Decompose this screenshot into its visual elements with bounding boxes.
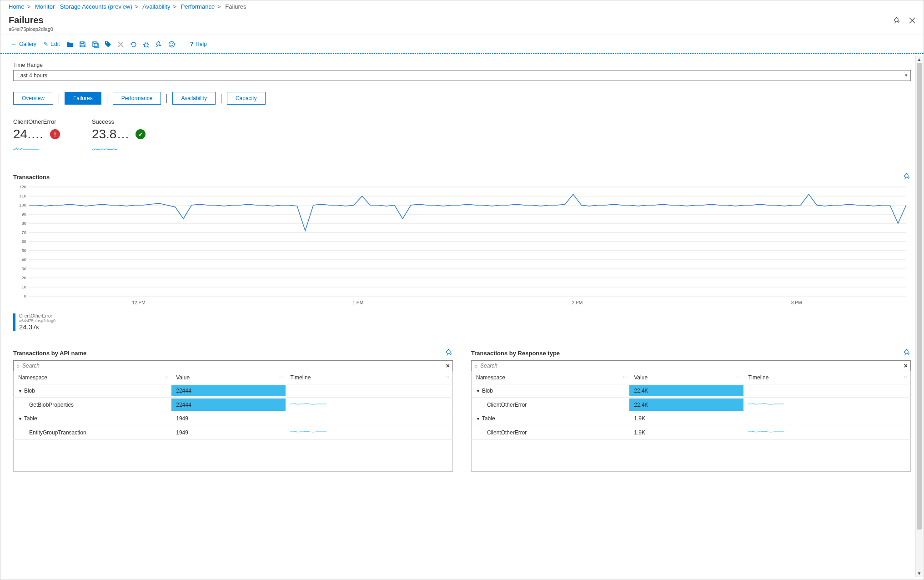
svg-text:90: 90: [22, 212, 26, 217]
question-icon: ?: [190, 41, 193, 47]
pin-table-icon[interactable]: [904, 349, 911, 358]
table-row[interactable]: GetBlobProperties22444: [14, 398, 453, 412]
tab-capacity[interactable]: Capacity: [227, 92, 266, 105]
breadcrumb-link-home[interactable]: Home: [9, 3, 25, 10]
row-label: EntityGroupTransaction: [14, 425, 172, 440]
search-api-input[interactable]: [22, 363, 446, 369]
col-header[interactable]: Timeline↑↓: [743, 371, 910, 384]
help-button[interactable]: ? Help: [187, 41, 210, 47]
table-response-title: Transactions by Response type: [471, 350, 560, 357]
row-timeline: [743, 398, 910, 412]
table-row[interactable]: ▼Blob22444: [14, 384, 453, 398]
close-icon[interactable]: [909, 17, 915, 25]
pin-icon[interactable]: [894, 17, 901, 25]
table-row[interactable]: ClientOtherError1.9K: [472, 425, 911, 440]
breadcrumb-link-performance[interactable]: Performance: [181, 3, 215, 10]
breadcrumb-link-availability[interactable]: Availability: [142, 3, 170, 10]
svg-point-2: [169, 41, 175, 47]
transactions-chart-svg: 010203040506070809010011012012 PM1 PM2 P…: [13, 184, 911, 307]
svg-text:40: 40: [22, 257, 26, 262]
row-timeline: [743, 412, 910, 425]
metric-card-success[interactable]: Success 23.8… ✓: [92, 118, 146, 155]
scrollbar[interactable]: ▲ ▼: [915, 56, 923, 577]
row-sparkline: [290, 401, 326, 407]
legend-series-value: 24.37K: [19, 323, 55, 331]
tab-performance[interactable]: Performance: [113, 92, 161, 105]
help-label: Help: [196, 41, 207, 47]
bug-icon[interactable]: [141, 39, 152, 50]
table-row[interactable]: EntityGroupTransaction1949: [14, 425, 453, 440]
col-header[interactable]: Value↑↓: [629, 371, 743, 384]
svg-text:10: 10: [22, 285, 26, 289]
transactions-chart[interactable]: 010203040506070809010011012012 PM1 PM2 P…: [13, 184, 911, 307]
clear-search-icon[interactable]: ×: [904, 362, 908, 369]
metric-value: 23.8…: [92, 127, 130, 141]
row-timeline: [286, 384, 452, 398]
row-timeline: [286, 425, 452, 440]
table-row[interactable]: ClientOtherError22.4K: [472, 398, 911, 412]
tab-failures[interactable]: Failures: [65, 92, 101, 105]
row-timeline: [286, 398, 452, 412]
svg-text:50: 50: [22, 248, 26, 253]
gallery-button[interactable]: ← Gallery: [9, 41, 39, 47]
breadcrumb-link-monitor[interactable]: Monitor - Storage Accounts (preview): [35, 3, 132, 10]
search-response[interactable]: ⌕ ×: [471, 360, 911, 371]
col-header[interactable]: Timeline↑↓: [286, 371, 452, 384]
back-arrow-icon: ←: [11, 41, 17, 47]
sparkline: [13, 145, 39, 153]
svg-text:110: 110: [19, 194, 26, 198]
open-icon[interactable]: [65, 39, 75, 50]
row-value: 22444: [171, 398, 286, 412]
tab-overview[interactable]: Overview: [13, 92, 53, 105]
svg-point-4: [172, 43, 173, 44]
row-sparkline: [748, 401, 784, 407]
breadcrumb: Home> Monitor - Storage Accounts (previe…: [0, 0, 924, 13]
app-window: Home> Monitor - Storage Accounts (previe…: [0, 0, 924, 580]
search-response-input[interactable]: [480, 363, 904, 369]
row-value: 1949: [171, 412, 286, 425]
search-api[interactable]: ⌕ ×: [13, 360, 453, 371]
scroll-track[interactable]: [916, 63, 923, 570]
tabs: Overview Failures Performance Availabili…: [13, 92, 911, 105]
table-row[interactable]: ▼Table1949: [14, 412, 453, 425]
metrics-row: ClientOtherError 24.… ! Success 23.8… ✓: [13, 118, 911, 155]
col-header[interactable]: Namespace↑↓: [14, 371, 172, 384]
status-badge-error: !: [50, 129, 60, 139]
scroll-down-icon[interactable]: ▼: [917, 570, 922, 577]
pin-small-icon[interactable]: [154, 39, 165, 50]
row-label: GetBlobProperties: [14, 398, 172, 412]
smile-icon[interactable]: [166, 39, 177, 50]
metric-card-clientothererror[interactable]: ClientOtherError 24.… !: [13, 118, 60, 155]
svg-point-3: [171, 43, 171, 44]
scroll-up-icon[interactable]: ▲: [917, 56, 922, 63]
transactions-header: Transactions: [13, 173, 911, 182]
search-icon: ⌕: [474, 363, 477, 369]
pin-chart-icon[interactable]: [904, 173, 911, 182]
row-label: ▼Table: [14, 412, 172, 425]
table-api: Transactions by API name ⌕ × Namespace↑↓…: [13, 349, 453, 472]
page-title: Failures: [9, 15, 53, 25]
col-header[interactable]: Value↑↓: [171, 371, 286, 384]
undo-icon[interactable]: [128, 39, 139, 50]
row-sparkline: [290, 429, 326, 435]
svg-text:12 PM: 12 PM: [132, 300, 146, 305]
status-badge-success: ✓: [136, 129, 146, 139]
save-icon[interactable]: [77, 39, 88, 50]
transactions-title: Transactions: [13, 174, 50, 181]
save-as-icon[interactable]: [90, 39, 101, 50]
table-row[interactable]: ▼Table1.9K: [472, 412, 911, 425]
table-row[interactable]: ▼Blob22.4K: [472, 384, 911, 398]
legend-series-name: ClientOtherError: [19, 313, 55, 318]
tag-icon[interactable]: [103, 39, 114, 50]
col-header[interactable]: Namespace↑↓: [472, 371, 630, 384]
api-data-table: Namespace↑↓Value↑↓Timeline↑↓▼Blob22444Ge…: [13, 371, 453, 472]
pin-table-icon[interactable]: [446, 349, 453, 358]
tab-availability[interactable]: Availability: [172, 92, 215, 105]
filter-row: Time Range Last 4 hours: [13, 62, 911, 81]
time-range-select[interactable]: Last 4 hours: [13, 70, 911, 81]
clear-search-icon[interactable]: ×: [446, 362, 450, 369]
row-timeline: [743, 425, 910, 440]
sparkline: [92, 145, 117, 153]
edit-button[interactable]: ✎ Edit: [41, 41, 63, 47]
scroll-thumb[interactable]: [917, 63, 922, 530]
